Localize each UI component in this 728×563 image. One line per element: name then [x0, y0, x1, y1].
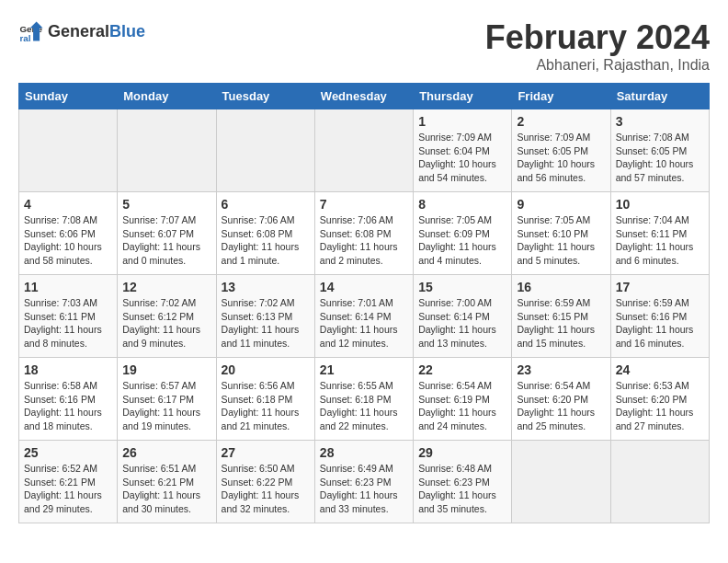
day-info: Sunrise: 6:53 AM Sunset: 6:20 PM Dayligh…	[616, 379, 704, 433]
day-info: Sunrise: 7:00 AM Sunset: 6:14 PM Dayligh…	[418, 296, 506, 350]
day-info: Sunrise: 6:55 AM Sunset: 6:18 PM Dayligh…	[320, 379, 408, 433]
calendar-cell: 16Sunrise: 6:59 AM Sunset: 6:15 PM Dayli…	[512, 275, 610, 358]
day-info: Sunrise: 6:59 AM Sunset: 6:15 PM Dayligh…	[517, 296, 605, 350]
title-area: February 2024 Abhaneri, Rajasthan, India	[485, 18, 710, 74]
main-title: February 2024	[485, 18, 710, 57]
day-info: Sunrise: 7:09 AM Sunset: 6:05 PM Dayligh…	[517, 131, 605, 185]
calendar-cell: 10Sunrise: 7:04 AM Sunset: 6:11 PM Dayli…	[610, 192, 709, 275]
calendar-cell: 15Sunrise: 7:00 AM Sunset: 6:14 PM Dayli…	[414, 275, 512, 358]
day-info: Sunrise: 6:54 AM Sunset: 6:20 PM Dayligh…	[517, 379, 605, 433]
weekday-header-thursday: Thursday	[414, 84, 512, 109]
day-info: Sunrise: 7:02 AM Sunset: 6:12 PM Dayligh…	[122, 296, 210, 350]
calendar-cell: 26Sunrise: 6:51 AM Sunset: 6:21 PM Dayli…	[118, 441, 216, 523]
calendar-table: SundayMondayTuesdayWednesdayThursdayFrid…	[18, 83, 710, 523]
calendar-cell: 14Sunrise: 7:01 AM Sunset: 6:14 PM Dayli…	[314, 275, 413, 358]
day-number: 2	[517, 114, 605, 129]
day-info: Sunrise: 7:06 AM Sunset: 6:08 PM Dayligh…	[320, 213, 408, 268]
calendar-cell: 23Sunrise: 6:54 AM Sunset: 6:20 PM Dayli…	[512, 358, 610, 441]
svg-text:ral: ral	[19, 33, 30, 43]
weekday-header-saturday: Saturday	[610, 84, 709, 109]
day-info: Sunrise: 7:03 AM Sunset: 6:11 PM Dayligh…	[24, 296, 112, 350]
weekday-header-sunday: Sunday	[19, 84, 118, 109]
day-number: 17	[616, 280, 704, 294]
day-number: 19	[122, 362, 210, 377]
day-info: Sunrise: 6:49 AM Sunset: 6:23 PM Dayligh…	[320, 462, 408, 516]
calendar-cell: 21Sunrise: 6:55 AM Sunset: 6:18 PM Dayli…	[314, 358, 413, 441]
day-number: 26	[122, 445, 210, 460]
calendar-cell: 20Sunrise: 6:56 AM Sunset: 6:18 PM Dayli…	[216, 358, 314, 441]
day-info: Sunrise: 7:05 AM Sunset: 6:10 PM Dayligh…	[517, 213, 605, 268]
calendar-cell: 6Sunrise: 7:06 AM Sunset: 6:08 PM Daylig…	[216, 192, 314, 275]
day-number: 13	[222, 280, 310, 294]
calendar-cell	[314, 109, 413, 192]
day-number: 23	[517, 362, 605, 377]
weekday-header-tuesday: Tuesday	[216, 84, 314, 109]
day-info: Sunrise: 7:01 AM Sunset: 6:14 PM Dayligh…	[320, 296, 408, 350]
calendar-week-row: 1Sunrise: 7:09 AM Sunset: 6:04 PM Daylig…	[19, 109, 710, 192]
day-number: 25	[24, 445, 112, 460]
calendar-cell: 24Sunrise: 6:53 AM Sunset: 6:20 PM Dayli…	[610, 358, 709, 441]
calendar-cell: 28Sunrise: 6:49 AM Sunset: 6:23 PM Dayli…	[314, 441, 413, 523]
day-info: Sunrise: 7:05 AM Sunset: 6:09 PM Dayligh…	[418, 213, 506, 268]
day-number: 29	[418, 445, 506, 460]
day-info: Sunrise: 6:54 AM Sunset: 6:19 PM Dayligh…	[418, 379, 506, 433]
weekday-header-wednesday: Wednesday	[314, 84, 413, 109]
calendar-cell: 18Sunrise: 6:58 AM Sunset: 6:16 PM Dayli…	[19, 358, 118, 441]
day-info: Sunrise: 7:06 AM Sunset: 6:08 PM Dayligh…	[222, 213, 310, 268]
calendar-cell: 9Sunrise: 7:05 AM Sunset: 6:10 PM Daylig…	[512, 192, 610, 275]
logo-blue-text: Blue	[109, 22, 145, 41]
day-info: Sunrise: 6:50 AM Sunset: 6:22 PM Dayligh…	[222, 462, 310, 516]
day-number: 12	[122, 280, 210, 294]
day-number: 27	[222, 445, 310, 460]
calendar-cell: 12Sunrise: 7:02 AM Sunset: 6:12 PM Dayli…	[118, 275, 216, 358]
day-number: 4	[24, 197, 112, 212]
calendar-week-row: 4Sunrise: 7:08 AM Sunset: 6:06 PM Daylig…	[19, 192, 710, 275]
day-info: Sunrise: 6:56 AM Sunset: 6:18 PM Dayligh…	[222, 379, 310, 433]
calendar-cell	[610, 441, 709, 523]
weekday-header-friday: Friday	[512, 84, 610, 109]
calendar-cell: 1Sunrise: 7:09 AM Sunset: 6:04 PM Daylig…	[414, 109, 512, 192]
logo-general-text: General	[48, 22, 109, 41]
day-number: 10	[616, 197, 704, 212]
logo-icon: Gene ral	[18, 18, 44, 44]
calendar-cell	[19, 109, 118, 192]
logo: Gene ral GeneralBlue	[18, 18, 145, 44]
day-number: 6	[222, 197, 310, 212]
header: Gene ral GeneralBlue February 2024 Abhan…	[18, 18, 710, 74]
day-number: 24	[616, 362, 704, 377]
day-info: Sunrise: 7:07 AM Sunset: 6:07 PM Dayligh…	[122, 213, 210, 268]
day-info: Sunrise: 6:48 AM Sunset: 6:23 PM Dayligh…	[418, 462, 506, 516]
calendar-cell: 27Sunrise: 6:50 AM Sunset: 6:22 PM Dayli…	[216, 441, 314, 523]
day-info: Sunrise: 6:58 AM Sunset: 6:16 PM Dayligh…	[24, 379, 112, 433]
day-number: 11	[24, 280, 112, 294]
day-info: Sunrise: 7:08 AM Sunset: 6:06 PM Dayligh…	[24, 213, 112, 268]
calendar-cell: 25Sunrise: 6:52 AM Sunset: 6:21 PM Dayli…	[19, 441, 118, 523]
day-number: 3	[616, 114, 704, 129]
day-number: 22	[418, 362, 506, 377]
calendar-cell	[216, 109, 314, 192]
day-info: Sunrise: 7:02 AM Sunset: 6:13 PM Dayligh…	[222, 296, 310, 350]
day-number: 21	[320, 362, 408, 377]
calendar-cell: 29Sunrise: 6:48 AM Sunset: 6:23 PM Dayli…	[414, 441, 512, 523]
calendar-cell	[512, 441, 610, 523]
calendar-week-row: 25Sunrise: 6:52 AM Sunset: 6:21 PM Dayli…	[19, 441, 710, 523]
calendar-cell: 19Sunrise: 6:57 AM Sunset: 6:17 PM Dayli…	[118, 358, 216, 441]
calendar-cell	[118, 109, 216, 192]
day-info: Sunrise: 6:57 AM Sunset: 6:17 PM Dayligh…	[122, 379, 210, 433]
subtitle: Abhaneri, Rajasthan, India	[485, 57, 710, 74]
day-number: 14	[320, 280, 408, 294]
calendar-cell: 4Sunrise: 7:08 AM Sunset: 6:06 PM Daylig…	[19, 192, 118, 275]
calendar-cell: 11Sunrise: 7:03 AM Sunset: 6:11 PM Dayli…	[19, 275, 118, 358]
day-number: 1	[418, 114, 506, 129]
day-number: 5	[122, 197, 210, 212]
calendar-cell: 8Sunrise: 7:05 AM Sunset: 6:09 PM Daylig…	[414, 192, 512, 275]
day-number: 20	[222, 362, 310, 377]
calendar-cell: 3Sunrise: 7:08 AM Sunset: 6:05 PM Daylig…	[610, 109, 709, 192]
day-info: Sunrise: 7:08 AM Sunset: 6:05 PM Dayligh…	[616, 131, 704, 185]
weekday-header-monday: Monday	[118, 84, 216, 109]
day-number: 18	[24, 362, 112, 377]
day-number: 8	[418, 197, 506, 212]
day-info: Sunrise: 7:04 AM Sunset: 6:11 PM Dayligh…	[616, 213, 704, 268]
day-info: Sunrise: 7:09 AM Sunset: 6:04 PM Dayligh…	[418, 131, 506, 185]
day-number: 15	[418, 280, 506, 294]
